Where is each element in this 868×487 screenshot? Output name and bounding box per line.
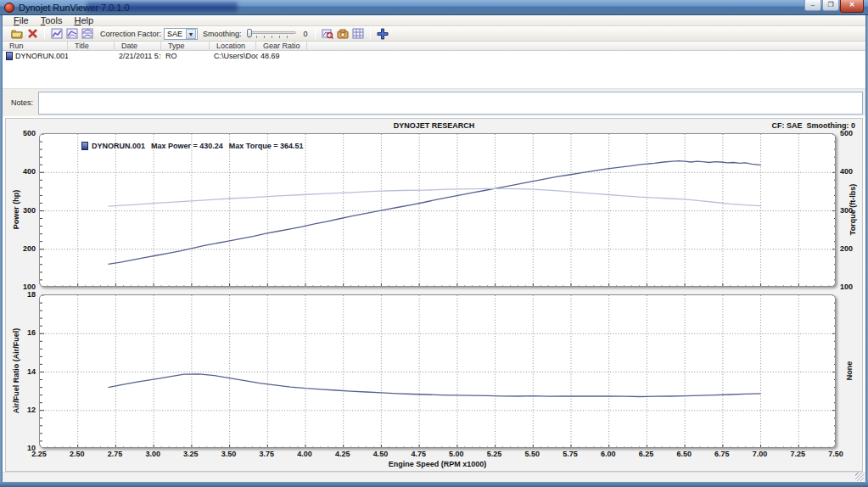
axis-tick-label: 14 [13, 367, 36, 376]
x-axis-tick-label: 2.50 [64, 450, 90, 458]
x-axis-tick-label: 3.50 [216, 450, 242, 458]
graph-view-button[interactable] [50, 27, 64, 40]
x-axis-tick-label: 4.75 [406, 450, 431, 458]
menu-item-tools[interactable]: Tools [35, 15, 69, 25]
open-run-button[interactable] [10, 27, 24, 40]
window-frame-left [0, 15, 3, 487]
x-axis-tick-label: 7.00 [748, 450, 773, 458]
x-axis-tick-label: 3.25 [178, 450, 204, 458]
open-run-icon [11, 28, 23, 39]
run-legend: DYNORUN.001 Max Power = 430.24 Max Torqu… [81, 142, 303, 150]
column-header-date[interactable]: Date [115, 42, 161, 51]
close-button[interactable]: ✕ [840, 0, 864, 13]
x-axis-tick-label: 7.25 [785, 450, 810, 458]
title-bar: Dynojet RunViewer 7.0.1.0 – ❐ ✕ [0, 0, 868, 15]
axis-tick-label: 500 [13, 129, 36, 137]
slider-ticks [249, 36, 294, 38]
x-axis-tick-label: 6.00 [596, 450, 621, 458]
toolbar-separator [315, 28, 316, 39]
run-table-header: Run Title Date Type Location Gear Ratio [3, 42, 865, 51]
chart-panel: DYNOJET RESEARCH CF: SAE Smoothing: 0 DY… [5, 118, 863, 472]
smoothing-value: 0 [304, 30, 308, 38]
grid-view-icon [352, 28, 364, 39]
grid-view-button[interactable] [351, 27, 365, 40]
x-axis-tick-label: 2.75 [102, 450, 127, 458]
menu-bar: File Tools Help [3, 15, 865, 26]
x-axis-tick-label: 6.75 [709, 450, 735, 458]
column-header-title[interactable]: Title [68, 42, 115, 51]
legend-swatch [81, 142, 88, 150]
cell-title [70, 51, 115, 61]
graph-compare-icon [81, 28, 93, 39]
cell-run: DYNORUN.001 [15, 51, 68, 61]
x-axis-tick-label: 6.25 [633, 450, 658, 458]
graph-overlay-button[interactable] [65, 27, 79, 40]
minimize-button[interactable]: – [804, 0, 821, 11]
maximize-button[interactable]: ❐ [822, 0, 839, 11]
x-axis-tick-label: 5.75 [557, 450, 583, 458]
run-color-swatch [6, 52, 13, 60]
smoothing-label: Smoothing: [203, 30, 242, 38]
menu-item-help[interactable]: Help [68, 15, 99, 25]
toolbar-separator [370, 28, 371, 39]
graph-compare-button[interactable] [81, 27, 94, 40]
axis-tick-label: 12 [13, 406, 36, 414]
x-axis-tick-label: 6.50 [671, 450, 697, 458]
slider-track[interactable] [247, 31, 296, 34]
column-header-location[interactable]: Location [210, 42, 256, 51]
move-crosshair-button[interactable] [376, 27, 389, 40]
smoothing-slider[interactable] [247, 28, 296, 40]
correction-factor-label: Correction Factor: [100, 30, 161, 38]
axis-tick-label: 200 [13, 244, 36, 253]
resize-grip[interactable] [855, 473, 864, 481]
notes-input[interactable] [38, 92, 863, 115]
zoom-graph-icon [322, 28, 333, 39]
zoom-graph-button[interactable] [321, 27, 334, 40]
notes-label: Notes: [11, 98, 33, 107]
snapshot-button[interactable] [336, 27, 350, 40]
window-frame-bottom [0, 482, 868, 487]
correction-factor-value: SAE [165, 30, 185, 38]
x-axis-tick-label: 4.50 [367, 450, 393, 458]
x-axis-tick-label: 4.25 [330, 450, 356, 458]
close-run-icon [27, 28, 38, 39]
power-torque-plot[interactable] [39, 133, 836, 287]
x-axis-tick-label: 5.50 [519, 450, 545, 458]
move-crosshair-icon [377, 28, 389, 40]
axis-tick-label: 100 [840, 283, 863, 291]
axis-tick-label: 200 [840, 244, 863, 253]
x-axis-tick-label: 7.50 [823, 450, 848, 458]
menu-item-file[interactable]: File [8, 15, 35, 25]
correction-factor-select[interactable]: SAE ▼ [164, 28, 198, 40]
table-row[interactable]: DYNORUN.001 2/21/2011 5:02:25 RO C:\User… [3, 51, 865, 61]
cell-type: RO [165, 51, 210, 61]
x-axis-tick-label: 5.00 [444, 450, 469, 458]
axis-tick-label: 300 [840, 206, 863, 215]
redacted-text-overlay [87, 3, 238, 12]
column-header-run[interactable]: Run [3, 42, 68, 51]
x-axis-title: Engine Speed (RPM x1000) [39, 460, 836, 468]
cell-date: 2/21/2011 5:02:25 [119, 51, 161, 61]
x-axis-tick-label: 5.25 [482, 450, 507, 458]
axis-tick-label: 500 [840, 129, 863, 137]
none-axis-label: None [845, 320, 854, 422]
cell-gear-ratio: 48.69 [260, 51, 307, 61]
app-icon [4, 3, 14, 13]
x-axis-tick-label: 3.00 [140, 450, 165, 458]
afr-plot[interactable] [39, 294, 836, 448]
chevron-down-icon[interactable]: ▼ [186, 29, 196, 39]
column-header-type[interactable]: Type [161, 42, 210, 51]
legend-run-name: DYNORUN.001 [92, 142, 145, 150]
axis-tick-label: 300 [13, 206, 36, 215]
slider-thumb[interactable] [247, 29, 252, 37]
axis-tick-label: 400 [840, 167, 863, 176]
close-run-button[interactable] [25, 27, 39, 40]
toolbar-separator [44, 28, 45, 39]
axis-tick-label: 18 [13, 290, 36, 299]
x-axis-tick-label: 4.00 [292, 450, 317, 458]
legend-max-torque: Max Torque = 364.51 [229, 142, 304, 150]
x-axis-tick-labels: 2.252.502.753.003.253.503.754.004.254.50… [6, 450, 862, 458]
column-header-gear-ratio[interactable]: Gear Ratio [256, 42, 307, 51]
toolbar: Correction Factor: SAE ▼ Smoothing: 0 [3, 26, 865, 42]
legend-max-power: Max Power = 430.24 [151, 142, 223, 150]
